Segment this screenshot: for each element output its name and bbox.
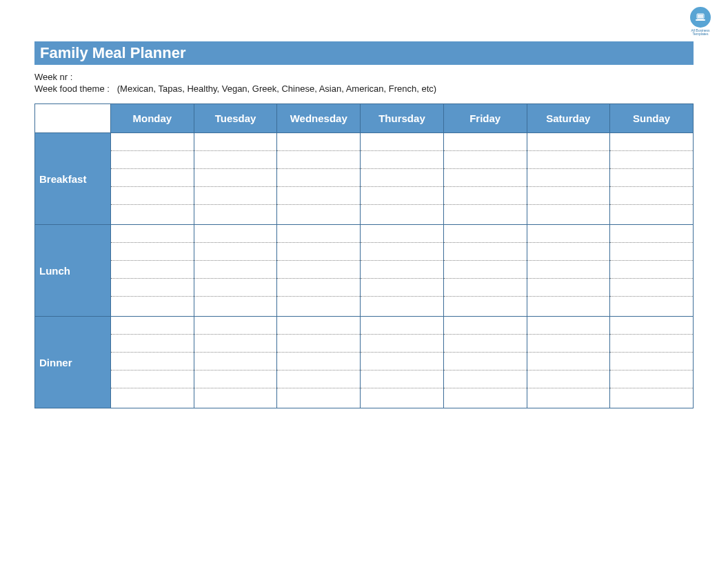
table-row: Breakfast bbox=[35, 133, 694, 225]
meal-header-lunch: Lunch bbox=[35, 225, 111, 317]
meal-slot[interactable] bbox=[527, 225, 610, 317]
week-theme-hint: (Mexican, Tapas, Healthy, Vegan, Greek, … bbox=[117, 83, 436, 94]
meal-slot[interactable] bbox=[111, 317, 194, 408]
meal-slot[interactable] bbox=[111, 225, 194, 317]
week-nr-label: Week nr : bbox=[34, 72, 72, 82]
meal-slot[interactable] bbox=[610, 225, 694, 317]
day-header-wednesday: Wednesday bbox=[277, 104, 361, 133]
day-header-saturday: Saturday bbox=[527, 104, 610, 133]
meal-slot[interactable] bbox=[527, 133, 610, 225]
day-header-tuesday: Tuesday bbox=[194, 104, 277, 133]
meal-slot[interactable] bbox=[361, 225, 444, 317]
table-row: Lunch bbox=[35, 225, 694, 317]
day-header-thursday: Thursday bbox=[361, 104, 444, 133]
brand-logo: All Business Templates bbox=[687, 7, 714, 34]
meal-slot[interactable] bbox=[527, 317, 610, 408]
table-row: Dinner bbox=[35, 317, 694, 408]
meal-slot[interactable] bbox=[361, 133, 444, 225]
svg-rect-1 bbox=[698, 14, 703, 18]
meal-slot[interactable] bbox=[277, 317, 361, 408]
meal-slot[interactable] bbox=[443, 133, 527, 225]
svg-rect-2 bbox=[696, 19, 705, 21]
meal-slot[interactable] bbox=[361, 317, 444, 408]
week-nr-row: Week nr : bbox=[34, 72, 694, 82]
meal-planner-table: MondayTuesdayWednesdayThursdayFridaySatu… bbox=[34, 103, 694, 408]
table-corner bbox=[35, 104, 111, 133]
meal-header-dinner: Dinner bbox=[35, 317, 111, 408]
meal-slot[interactable] bbox=[194, 133, 277, 225]
brand-text-2: Templates bbox=[687, 32, 714, 36]
day-header-sunday: Sunday bbox=[610, 104, 694, 133]
day-header-friday: Friday bbox=[443, 104, 527, 133]
meal-slot[interactable] bbox=[443, 225, 527, 317]
week-theme-label: Week food theme : bbox=[34, 83, 110, 94]
page-title: Family Meal Planner bbox=[34, 41, 694, 65]
meal-slot[interactable] bbox=[111, 133, 194, 225]
week-theme-row: Week food theme : (Mexican, Tapas, Healt… bbox=[34, 83, 694, 94]
meal-slot[interactable] bbox=[610, 317, 694, 408]
meal-slot[interactable] bbox=[443, 317, 527, 408]
meal-slot[interactable] bbox=[277, 225, 361, 317]
day-header-monday: Monday bbox=[111, 104, 194, 133]
meal-slot[interactable] bbox=[610, 133, 694, 225]
meal-slot[interactable] bbox=[277, 133, 361, 225]
meal-slot[interactable] bbox=[194, 317, 277, 408]
meal-header-breakfast: Breakfast bbox=[35, 133, 111, 225]
meal-slot[interactable] bbox=[194, 225, 277, 317]
laptop-icon bbox=[690, 7, 711, 28]
